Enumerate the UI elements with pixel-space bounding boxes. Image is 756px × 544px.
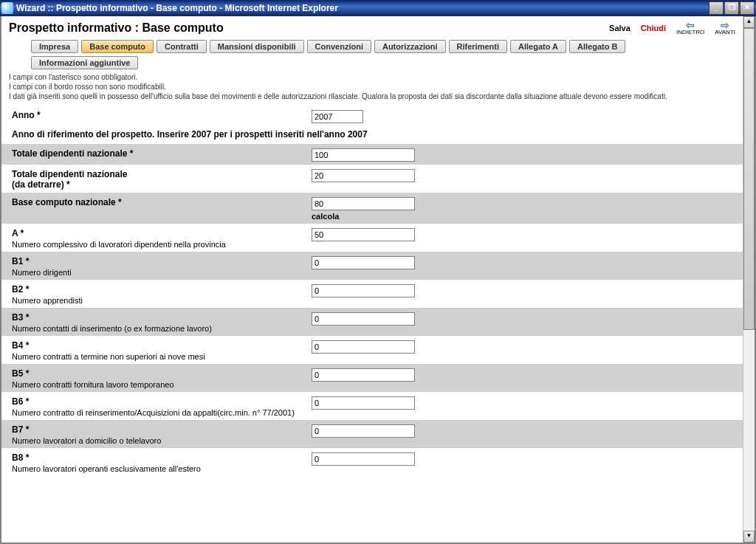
input-b5[interactable] [312,368,415,382]
label-b1: B1 * Numero dirigenti [12,256,312,277]
tab-convenzioni[interactable]: Convenzioni [307,40,371,53]
input-tot-naz[interactable] [312,148,415,162]
tab-info-aggiuntive[interactable]: Informazioni aggiuntive [31,56,138,69]
form-notes: I campi con l'asterisco sono obbligatori… [1,69,743,106]
forward-label: AVANTI [715,30,735,35]
row-b3: B3 * Numero contatti di inserimento (o e… [1,308,743,336]
row-anno: Anno * [1,106,743,126]
row-base: Base computo nazionale * calcola [1,193,743,224]
input-b8[interactable] [312,452,415,466]
label-tot-naz: Totale dipendenti nazionale * [12,148,312,159]
minimize-button[interactable]: _ [709,1,724,15]
scroll-up-icon[interactable]: ▲ [743,16,755,28]
row-tot-naz: Totale dipendenti nazionale * [1,144,743,165]
tab-contratti[interactable]: Contratti [157,40,207,53]
input-b4[interactable] [312,340,415,354]
label-base: Base computo nazionale * [12,197,312,207]
back-nav[interactable]: ⇦ INDIETRO [676,21,704,35]
window-title: Wizard :: Prospetto informativo - Base c… [16,3,709,13]
forward-nav[interactable]: ⇨ AVANTI [715,21,735,35]
help-anno: Anno di riferimento del prospetto. Inser… [1,126,743,144]
row-tot-naz-detr: Totale dipendenti nazionale (da detrarre… [1,165,743,193]
window-titlebar: Wizard :: Prospetto informativo - Base c… [0,0,756,16]
row-b7: B7 * Numero lavoratori a domicilio o tel… [1,420,743,448]
label-a: A * Numero complessivo di lavoratori dip… [12,228,312,249]
scroll-track[interactable] [743,28,755,531]
row-b2: B2 * Numero apprendisti [1,280,743,308]
calcola-link[interactable]: calcola [312,212,339,221]
label-b5: B5 * Numero contratti fornitura lavoro t… [12,368,312,389]
label-b8: B8 * Numero lavoratori operanti esclusiv… [12,452,312,473]
input-b6[interactable] [312,396,415,410]
save-link[interactable]: Salva [609,24,630,32]
note-line-1: I campi con l'asterisco sono obbligatori… [9,72,735,82]
back-label: INDIETRO [676,30,704,35]
tab-bar: Impresa Base computo Contratti Mansioni … [31,40,735,69]
row-a: A * Numero complessivo di lavoratori dip… [1,224,743,252]
label-anno: Anno * [12,110,312,120]
input-a[interactable] [312,228,415,241]
scroll-down-icon[interactable]: ▼ [743,531,755,543]
tab-allegato-b[interactable]: Allegato B [569,40,625,53]
input-anno[interactable] [312,110,363,123]
input-b7[interactable] [312,424,415,438]
label-b6: B6 * Numero contratto di reinserimento/A… [12,396,312,417]
ie-icon [1,2,13,14]
row-b1: B1 * Numero dirigenti [1,252,743,280]
input-b3[interactable] [312,312,415,326]
tab-autorizzazioni[interactable]: Autorizzazioni [374,40,446,53]
scroll-thumb[interactable] [743,28,755,330]
close-window-button[interactable]: ✕ [740,1,755,15]
note-line-2: I campi con il bordo rosso non sono modi… [9,82,735,92]
restore-button[interactable]: ❐ [724,1,739,15]
label-b4: B4 * Numero contratti a termine non supe… [12,340,312,361]
close-link[interactable]: Chiudi [641,24,666,32]
tab-impresa[interactable]: Impresa [31,40,78,53]
tab-base-computo[interactable]: Base computo [81,40,154,53]
row-b8: B8 * Numero lavoratori operanti esclusiv… [1,448,743,476]
row-b5: B5 * Numero contratti fornitura lavoro t… [1,364,743,392]
input-tot-naz-detr[interactable] [312,169,415,182]
note-line-3: I dati già inseriti sono quelli in posse… [9,92,735,101]
label-b7: B7 * Numero lavoratori a domicilio o tel… [12,424,312,445]
row-b6: B6 * Numero contratto di reinserimento/A… [1,392,743,420]
tab-riferimenti[interactable]: Riferimenti [449,40,507,53]
input-b2[interactable] [312,284,415,297]
vertical-scrollbar[interactable]: ▲ ▼ [743,16,755,543]
page-title: Prospetto informativo : Base computo [9,21,224,35]
label-tot-naz-detr: Totale dipendenti nazionale (da detrarre… [12,169,312,190]
label-b2: B2 * Numero apprendisti [12,284,312,305]
row-b4: B4 * Numero contratti a termine non supe… [1,336,743,364]
input-base[interactable] [312,197,415,210]
tab-mansioni[interactable]: Mansioni disponibili [210,40,304,53]
tab-allegato-a[interactable]: Allegato A [510,40,566,53]
label-b3: B3 * Numero contatti di inserimento (o e… [12,312,312,333]
input-b1[interactable] [312,256,415,269]
